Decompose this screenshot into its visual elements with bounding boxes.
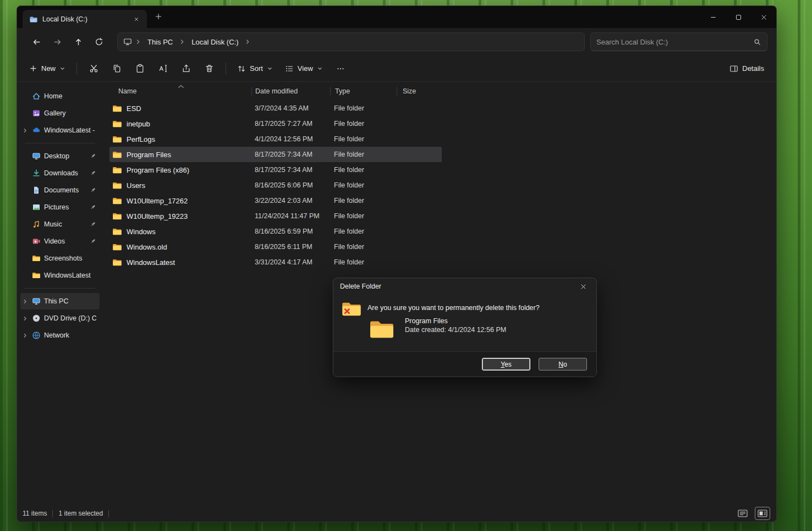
- yes-button[interactable]: Yes: [482, 358, 530, 370]
- address-bar[interactable]: This PC Local Disk (C:): [117, 32, 585, 51]
- new-tab-button[interactable]: [151, 10, 166, 23]
- sidebar-item-home[interactable]: Home: [20, 88, 100, 104]
- file-row[interactable]: WindowsLatest3/31/2024 4:17 AMFile folde…: [109, 255, 442, 270]
- toolbar-divider: [226, 63, 226, 75]
- chevron-spacer: [21, 221, 29, 228]
- cut-button[interactable]: [83, 59, 105, 78]
- sidebar-item-gallery[interactable]: Gallery: [20, 105, 100, 121]
- sidebar-item-screenshots[interactable]: Screenshots: [20, 250, 100, 267]
- downloads-icon: [32, 169, 41, 178]
- breadcrumb-local-disk[interactable]: Local Disk (C:): [188, 37, 242, 47]
- paste-button[interactable]: [129, 59, 151, 78]
- file-name-cell: ESD: [109, 104, 251, 113]
- sort-icon: [237, 64, 246, 73]
- file-name-cell: W10Ultemp_17262: [109, 197, 251, 205]
- close-button[interactable]: [751, 6, 776, 28]
- file-row[interactable]: inetpub8/17/2025 7:27 AMFile folder: [109, 116, 442, 131]
- dialog-title: Delete Folder: [340, 283, 572, 290]
- file-row[interactable]: W10Ultemp_1922311/24/2024 11:47 PMFile f…: [109, 208, 442, 224]
- minimize-button[interactable]: [700, 6, 726, 28]
- more-options-button[interactable]: [330, 59, 352, 78]
- sidebar-item-this-pc[interactable]: This PC: [20, 293, 100, 309]
- share-button[interactable]: [175, 59, 197, 78]
- file-name-cell: W10Ultemp_19223: [109, 212, 251, 220]
- chevron-right-icon[interactable]: [21, 127, 29, 134]
- sidebar-item-downloads[interactable]: Downloads: [20, 165, 100, 181]
- file-name: Users: [127, 181, 145, 190]
- file-row[interactable]: Program Files (x86)8/17/2025 7:34 AMFile…: [109, 162, 442, 178]
- sort-button-label: Sort: [250, 64, 263, 73]
- file-type: File folder: [330, 135, 396, 143]
- pin-icon: [90, 204, 96, 211]
- back-button[interactable]: [26, 32, 47, 51]
- file-type: File folder: [330, 166, 396, 174]
- file-row[interactable]: Program Files8/17/2025 7:34 AMFile folde…: [109, 147, 442, 162]
- sidebar-item-network[interactable]: Network: [20, 327, 100, 344]
- forward-button[interactable]: [47, 32, 68, 51]
- status-bar: 11 items 1 item selected: [17, 505, 776, 522]
- file-explorer-window: Local Disk (C:): [17, 5, 777, 522]
- sidebar-item-pictures[interactable]: Pictures: [20, 199, 100, 215]
- file-type: File folder: [330, 212, 396, 220]
- view-button[interactable]: View: [279, 59, 328, 78]
- rename-button[interactable]: [152, 59, 174, 78]
- sidebar-item-dvd-drive-d-ccc[interactable]: DVD Drive (D:) CCC: [20, 310, 100, 327]
- file-date-modified: 3/22/2024 2:03 AM: [251, 197, 330, 204]
- titlebar: Local Disk (C:): [17, 6, 776, 28]
- column-header-size[interactable]: Size: [397, 84, 442, 98]
- folder-icon: [112, 258, 122, 267]
- sidebar-item-windowslatest[interactable]: WindowsLatest: [20, 267, 100, 284]
- breadcrumb-this-pc[interactable]: This PC: [144, 37, 176, 47]
- chevron-right-icon[interactable]: [21, 315, 29, 322]
- search-box[interactable]: [590, 32, 767, 51]
- dialog-message: Are you sure you want to permanently del…: [367, 304, 588, 312]
- sidebar-item-label: Gallery: [44, 109, 96, 117]
- up-button[interactable]: [68, 32, 89, 51]
- chevron-spacer: [21, 238, 29, 245]
- sidebar-item-label: Network: [44, 331, 96, 339]
- file-name-cell: Windows: [109, 228, 251, 236]
- file-name-cell: inetpub: [109, 120, 251, 128]
- dialog-close-button[interactable]: [572, 279, 594, 294]
- file-row[interactable]: W10Ultemp_172623/22/2024 2:03 AMFile fol…: [109, 193, 442, 208]
- sort-button[interactable]: Sort: [232, 59, 278, 78]
- maximize-button[interactable]: [726, 6, 751, 28]
- chevron-right-icon[interactable]: [21, 332, 29, 339]
- file-type: File folder: [330, 120, 396, 128]
- file-row[interactable]: Users8/16/2025 6:06 PMFile folder: [109, 178, 442, 193]
- file-row[interactable]: ESD3/7/2024 4:35 AMFile folder: [109, 101, 442, 116]
- tab-close-icon[interactable]: [129, 13, 144, 26]
- column-header-type[interactable]: Type: [331, 84, 397, 98]
- sidebar-item-label: Videos: [44, 237, 86, 245]
- search-input[interactable]: [596, 38, 753, 46]
- large-icons-view-toggle[interactable]: [755, 507, 770, 519]
- sidebar-item-desktop[interactable]: Desktop: [20, 148, 100, 164]
- no-button[interactable]: No: [539, 358, 587, 370]
- file-row[interactable]: PerfLogs4/1/2024 12:56 PMFile folder: [109, 131, 442, 147]
- command-toolbar: New: [17, 56, 776, 82]
- sidebar-item-music[interactable]: Music: [20, 216, 100, 233]
- file-row[interactable]: Windows.old8/16/2025 6:11 PMFile folder: [109, 239, 442, 255]
- delete-button[interactable]: [198, 59, 220, 78]
- copy-button[interactable]: [106, 59, 128, 78]
- sidebar-item-windowslatest-pe[interactable]: WindowsLatest - Pe: [20, 122, 100, 139]
- search-icon[interactable]: [753, 38, 761, 46]
- sidebar-item-videos[interactable]: Videos: [20, 233, 100, 250]
- explorer-tab[interactable]: Local Disk (C:): [23, 10, 147, 28]
- chevron-right-icon[interactable]: [21, 298, 29, 305]
- this-pc-icon: [32, 297, 41, 306]
- network-icon: [32, 331, 41, 340]
- sidebar-item-label: WindowsLatest: [44, 272, 96, 279]
- file-row[interactable]: Windows8/16/2025 6:59 PMFile folder: [109, 224, 442, 239]
- dialog-titlebar[interactable]: Delete Folder: [333, 278, 596, 295]
- file-name: inetpub: [127, 120, 150, 128]
- new-button[interactable]: New: [24, 59, 71, 78]
- details-button[interactable]: Details: [724, 59, 770, 78]
- details-view-toggle[interactable]: [736, 507, 750, 519]
- file-date-modified: 8/17/2025 7:34 AM: [251, 166, 330, 174]
- no-button-label: No: [558, 361, 567, 368]
- column-header-date-modified[interactable]: Date modified: [252, 84, 330, 98]
- refresh-button[interactable]: [89, 32, 109, 51]
- sidebar-item-documents[interactable]: Documents: [20, 182, 100, 198]
- chevron-spacer: [21, 187, 29, 194]
